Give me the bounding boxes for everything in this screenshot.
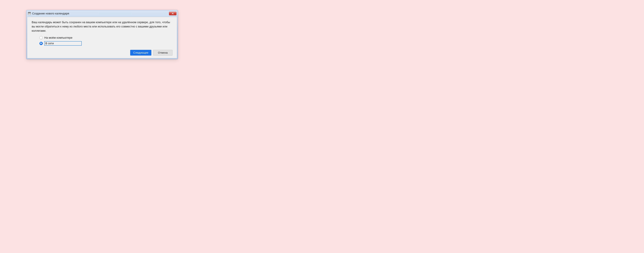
radio-option-local[interactable]: На моём компьютере — [40, 35, 172, 40]
dialog-body: Ваш календарь может быть сохранен на ваш… — [27, 17, 177, 58]
radio-indicator-checked — [40, 42, 43, 45]
radio-option-network[interactable]: В сети — [40, 41, 172, 46]
titlebar: Создание нового календаря — [26, 10, 178, 17]
close-button[interactable] — [169, 12, 176, 15]
intro-text: Ваш календарь может быть сохранен на ваш… — [32, 20, 172, 33]
radio-label-network: В сети — [44, 41, 82, 46]
radio-label-local: На моём компьютере — [44, 36, 72, 40]
calendar-icon — [28, 12, 31, 15]
cancel-button[interactable]: Отмена — [153, 50, 172, 56]
new-calendar-dialog: Создание нового календаря Ваш календарь … — [26, 10, 178, 59]
next-button[interactable]: Следующее — [130, 50, 151, 56]
location-radio-group: На моём компьютере В сети — [40, 35, 172, 46]
radio-indicator-unchecked — [40, 36, 43, 40]
dialog-title: Создание нового календаря — [32, 12, 169, 15]
button-row: Следующее Отмена — [32, 50, 172, 56]
close-icon — [172, 12, 174, 14]
